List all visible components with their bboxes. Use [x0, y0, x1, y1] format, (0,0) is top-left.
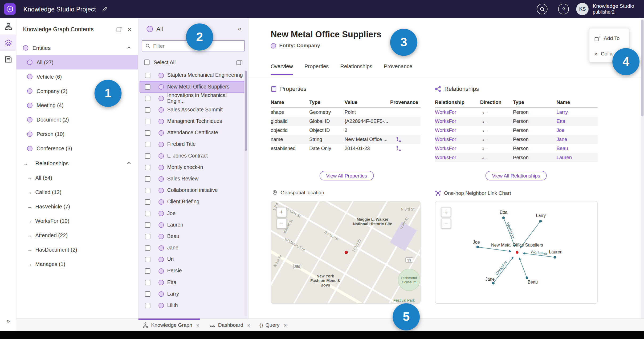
entity-filter-meeting[interactable]: Meeting (4): [17, 98, 138, 113]
list-item[interactable]: Innovations in Mechanical Engin...: [140, 92, 247, 104]
checkbox[interactable]: [145, 303, 150, 308]
entity-link[interactable]: Joe: [557, 127, 598, 133]
checkbox[interactable]: [145, 153, 150, 158]
view-all-relationships-button[interactable]: View All Relationships: [486, 171, 547, 180]
entity-link[interactable]: Larry: [557, 109, 598, 115]
select-all-checkbox[interactable]: [144, 59, 149, 65]
list-item[interactable]: Attendance Certificate: [140, 127, 247, 139]
checkbox[interactable]: [145, 280, 150, 285]
relationship-filter-hasvehicle[interactable]: →HasVehicle (7): [17, 199, 138, 214]
collapse-panel-button[interactable]: «: [238, 25, 242, 33]
relationship-filter-worksfor[interactable]: →WorksFor (10): [17, 214, 138, 228]
rail-hierarchy-button[interactable]: [0, 18, 17, 35]
graph-node[interactable]: [526, 277, 528, 279]
provenance-icon[interactable]: [396, 146, 401, 151]
checkbox[interactable]: [145, 245, 150, 251]
list-item[interactable]: Etta: [140, 277, 247, 288]
checkbox[interactable]: [145, 291, 150, 297]
list-item[interactable]: Beau: [140, 231, 247, 242]
graph-node[interactable]: [553, 256, 556, 259]
checkbox[interactable]: [145, 119, 150, 124]
map-view[interactable]: W Clay St E Clay St W Marshall St arshal…: [271, 201, 421, 304]
relationship-filter-hasdocument[interactable]: →HasDocument (2): [17, 243, 138, 257]
checkbox[interactable]: [145, 199, 150, 204]
relationship-link[interactable]: WorksFor: [435, 109, 480, 115]
checkbox[interactable]: [145, 268, 150, 273]
graph-node[interactable]: [502, 216, 505, 219]
list-item-selected[interactable]: New Metal Office Suppliers: [140, 81, 247, 92]
checkbox[interactable]: [145, 72, 150, 78]
rail-expand-button[interactable]: »: [0, 317, 17, 324]
provenance-icon[interactable]: [396, 137, 401, 142]
tab-knowledge-graph[interactable]: Knowledge Graph ×: [142, 319, 199, 331]
list-item[interactable]: Joe: [140, 208, 247, 219]
relationship-link[interactable]: WorksFor: [435, 127, 480, 133]
checkbox[interactable]: [145, 222, 150, 227]
rail-save-button[interactable]: [0, 51, 17, 67]
avatar[interactable]: KS: [576, 3, 589, 15]
checkbox[interactable]: [145, 257, 150, 262]
chevron-up-icon[interactable]: [127, 161, 132, 166]
list-item[interactable]: Jane: [140, 242, 247, 253]
entities-section-header[interactable]: Entities: [17, 40, 138, 55]
graph-center-node[interactable]: [516, 251, 518, 254]
checkbox[interactable]: [145, 130, 150, 135]
list-item[interactable]: Managment Techniques: [140, 115, 247, 127]
list-item[interactable]: Larry: [140, 288, 247, 300]
relationship-filter-manages[interactable]: →Manages (1): [17, 257, 138, 271]
edit-title-button[interactable]: [102, 6, 108, 12]
list-item[interactable]: L. Jones Contract: [140, 150, 247, 162]
tab-properties[interactable]: Properties: [304, 63, 329, 75]
main-scrollbar-thumb[interactable]: [641, 20, 643, 116]
list-item[interactable]: Persie: [140, 265, 247, 277]
list-item[interactable]: Client Briefing: [140, 196, 247, 208]
list-item[interactable]: Uri: [140, 253, 247, 265]
relationship-filter-attended[interactable]: →Attended (22): [17, 228, 138, 243]
rail-layers-button[interactable]: [0, 35, 17, 51]
graph-node[interactable]: [539, 220, 542, 223]
checkbox[interactable]: [145, 176, 150, 181]
relationship-filter-called[interactable]: →Called (12): [17, 185, 138, 199]
zoom-in-button[interactable]: +: [277, 207, 287, 217]
view-all-properties-button[interactable]: View All Properties: [320, 171, 374, 180]
entity-link[interactable]: Etta: [557, 118, 598, 124]
scrollbar-thumb[interactable]: [245, 71, 247, 151]
entity-filter-document[interactable]: Document (2): [17, 113, 138, 127]
entity-filter-vehicle[interactable]: Vehicle (6): [17, 70, 138, 84]
checkbox[interactable]: [145, 84, 150, 89]
tab-query[interactable]: { } Query ×: [260, 319, 287, 331]
zoom-out-button[interactable]: −: [277, 219, 287, 228]
link-chart-view[interactable]: Etta Larry Joe Lauren Jane Beau New Meta…: [435, 201, 598, 304]
help-button[interactable]: ?: [558, 4, 569, 14]
tab-relationships[interactable]: Relationships: [340, 63, 372, 75]
checkbox[interactable]: [145, 165, 150, 170]
relationship-link[interactable]: WorksFor: [435, 146, 480, 151]
entity-link[interactable]: Beau: [557, 146, 598, 151]
checkbox[interactable]: [145, 188, 150, 193]
zoom-in-button[interactable]: +: [441, 207, 451, 217]
relationships-section-header[interactable]: → Relationships: [17, 156, 138, 171]
close-tab-icon[interactable]: ×: [247, 322, 251, 328]
close-tab-icon[interactable]: ×: [284, 322, 287, 328]
list-item[interactable]: Staplers Mechanical Engineering: [140, 70, 247, 81]
relationship-filter-all[interactable]: →All (54): [17, 171, 138, 185]
entity-filter-conference[interactable]: Conference (3): [17, 141, 138, 156]
search-button[interactable]: [537, 4, 548, 14]
checkbox[interactable]: [145, 211, 150, 216]
graph-node[interactable]: [492, 282, 495, 285]
close-tab-icon[interactable]: ×: [196, 322, 199, 328]
list-item[interactable]: Lilith: [140, 300, 247, 311]
entity-filter-person[interactable]: Person (10): [17, 127, 138, 142]
add-layer-button[interactable]: [116, 26, 123, 32]
add-to-button[interactable]: Add To: [594, 33, 629, 43]
graph-node[interactable]: [476, 246, 479, 248]
relationship-link[interactable]: WorksFor: [435, 118, 480, 124]
tab-dashboard[interactable]: Dashboard ×: [209, 319, 250, 331]
close-panel-button[interactable]: ×: [127, 26, 131, 33]
list-item[interactable]: Sales Associate Summit: [140, 104, 247, 115]
app-logo[interactable]: [4, 3, 15, 15]
list-item[interactable]: Montly check-in: [140, 162, 247, 173]
checkbox[interactable]: [145, 96, 150, 101]
relationship-link[interactable]: WorksFor: [435, 155, 480, 160]
list-item[interactable]: Sales Review: [140, 173, 247, 184]
